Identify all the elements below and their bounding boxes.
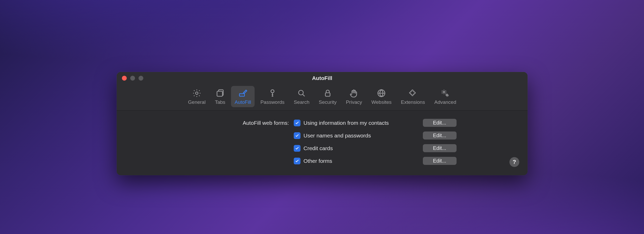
svg-point-3 [240, 95, 241, 95]
tab-label: General [188, 99, 206, 105]
tab-label: Passwords [260, 99, 284, 105]
tab-label: Tabs [215, 99, 225, 105]
checkbox-label: Credit cards [304, 145, 333, 151]
checkbox-label: Using information from my contacts [304, 120, 389, 126]
autofill-pane: AutoFill web forms: Using information fr… [117, 111, 528, 175]
help-button[interactable]: ? [509, 157, 519, 167]
hand-icon [349, 88, 359, 98]
tab-label: Extensions [401, 99, 425, 105]
lock-icon [323, 88, 333, 98]
checkbox-usernames[interactable] [294, 132, 300, 139]
svg-point-4 [241, 95, 242, 95]
preferences-window: AutoFill General Tabs AutoFill Pass [117, 72, 528, 175]
tab-extensions[interactable]: Extensions [397, 86, 429, 107]
pencil-field-icon [238, 88, 248, 98]
section-label: AutoFill web forms: [180, 120, 289, 126]
gears-icon [440, 88, 450, 98]
tab-privacy[interactable]: Privacy [342, 86, 366, 107]
checkmark-icon [295, 133, 299, 138]
svg-point-7 [299, 90, 303, 95]
tab-label: Search [294, 99, 309, 105]
tab-label: Advanced [434, 99, 456, 105]
tab-label: AutoFill [235, 99, 251, 105]
close-window-button[interactable] [122, 76, 127, 81]
tab-general[interactable]: General [184, 86, 209, 107]
tab-label: Privacy [346, 99, 362, 105]
zoom-window-button[interactable] [138, 76, 143, 81]
edit-credit-cards-button[interactable]: Edit... [423, 144, 457, 152]
checkbox-label: User names and passwords [304, 133, 371, 139]
svg-point-11 [446, 94, 448, 96]
svg-rect-1 [217, 91, 222, 97]
checkbox-label: Other forms [304, 158, 332, 164]
globe-icon [376, 88, 387, 98]
tabs-icon [215, 88, 225, 98]
checkmark-icon [295, 121, 299, 125]
traffic-lights [122, 76, 143, 81]
tab-tabs[interactable]: Tabs [211, 86, 229, 107]
svg-rect-8 [325, 93, 330, 97]
tab-passwords[interactable]: Passwords [257, 86, 288, 107]
preferences-toolbar: General Tabs AutoFill Passwords Search [117, 84, 528, 111]
checkmark-icon [295, 146, 299, 151]
window-title: AutoFill [312, 75, 332, 81]
checkbox-other-forms[interactable] [294, 158, 300, 164]
edit-other-forms-button[interactable]: Edit... [423, 157, 457, 165]
edit-contacts-button[interactable]: Edit... [423, 119, 457, 127]
puzzle-icon [408, 88, 418, 98]
tab-label: Security [319, 99, 337, 105]
tab-advanced[interactable]: Advanced [431, 86, 460, 107]
svg-point-10 [443, 91, 445, 93]
checkbox-contacts[interactable] [294, 120, 300, 126]
checkmark-icon [295, 159, 299, 163]
svg-point-0 [195, 92, 198, 94]
tab-security[interactable]: Security [315, 86, 340, 107]
tab-websites[interactable]: Websites [368, 86, 395, 107]
svg-point-5 [242, 95, 243, 95]
minimize-window-button[interactable] [130, 76, 135, 81]
tab-label: Websites [371, 99, 391, 105]
tab-autofill[interactable]: AutoFill [231, 86, 255, 107]
search-icon [296, 88, 307, 98]
checkbox-credit-cards[interactable] [294, 145, 300, 152]
svg-rect-2 [239, 94, 244, 97]
titlebar: AutoFill [117, 72, 528, 84]
edit-usernames-button[interactable]: Edit... [423, 131, 457, 140]
svg-point-6 [271, 90, 274, 93]
tab-search[interactable]: Search [290, 86, 313, 107]
key-icon [267, 88, 278, 98]
gear-icon [192, 88, 202, 98]
